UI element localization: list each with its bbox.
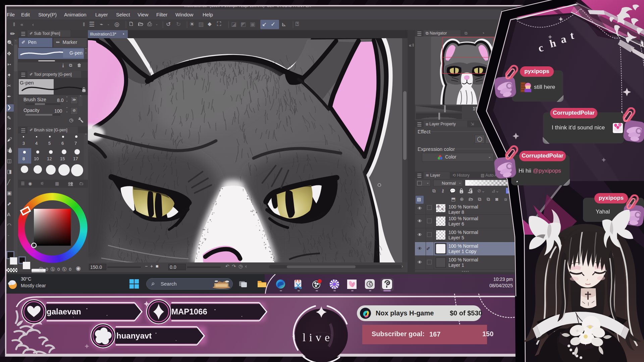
svg-text:galaevan: galaevan [47, 307, 81, 316]
svg-text:huanyavt: huanyavt [116, 331, 152, 340]
svg-text:MAP1066: MAP1066 [171, 307, 207, 316]
svg-text:live: live [303, 331, 333, 344]
